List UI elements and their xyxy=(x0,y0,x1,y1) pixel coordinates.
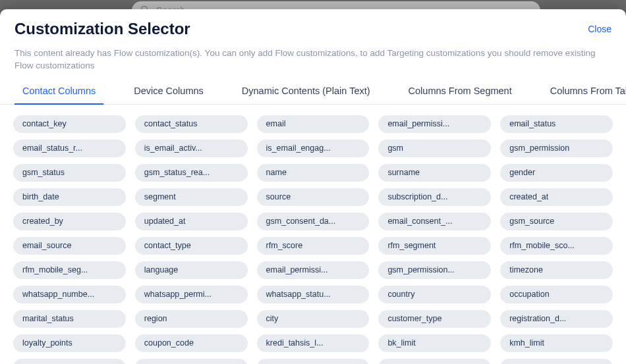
column-chip-label: rfm_score xyxy=(266,241,360,250)
tabs-bar: Contact ColumnsDevice ColumnsDynamic Con… xyxy=(0,78,626,105)
close-button[interactable]: Close xyxy=(588,20,612,34)
column-chip-label: updated_at xyxy=(144,217,239,226)
column-chip-label: rfm_mobile_sco... xyxy=(509,241,604,250)
column-chip[interactable]: email_consent_... xyxy=(378,213,491,230)
customization-selector-modal: Customization Selector Close This conten… xyxy=(0,9,626,364)
column-chip[interactable]: segment xyxy=(135,188,248,206)
column-chip-label: kmh_limit xyxy=(509,338,604,348)
column-chip-label: email_status xyxy=(509,119,604,128)
column-chip-label: gsm_source xyxy=(509,217,604,226)
column-chip[interactable]: kmh_limit xyxy=(500,334,613,352)
column-chip[interactable]: rfm_mobile_sco... xyxy=(500,237,613,255)
column-chip[interactable]: country xyxy=(378,286,491,303)
column-chip[interactable]: gsm_permission xyxy=(500,140,613,157)
column-chip[interactable]: masha_test xyxy=(257,359,370,364)
info-text: This content already has Flow customizat… xyxy=(0,38,626,78)
column-chip[interactable]: gsm_status_rea... xyxy=(135,164,248,182)
chips-grid: contact_keycontact_statusemailemail_perm… xyxy=(13,115,613,364)
column-chip-label: name xyxy=(266,168,360,177)
column-chip[interactable]: registration_d... xyxy=(500,310,613,328)
column-chip-label: created_by xyxy=(22,217,117,226)
column-chip[interactable]: email_source xyxy=(13,237,126,255)
column-chip[interactable]: birth_date xyxy=(13,188,126,206)
column-chip[interactable]: gsm xyxy=(378,140,491,157)
column-chip-label: email_consent_... xyxy=(387,217,482,226)
column-chip-label: marital_status xyxy=(22,314,117,323)
column-chip[interactable]: language xyxy=(135,261,248,279)
column-chip-label: coupon_code xyxy=(144,338,239,348)
column-chip[interactable]: whatsapp_statu... xyxy=(257,286,370,303)
column-chip[interactable]: email_permissi... xyxy=(257,261,370,279)
column-chip[interactable]: contact_key xyxy=(13,115,126,133)
column-chip[interactable]: source xyxy=(257,188,370,206)
column-chip[interactable]: region xyxy=(135,310,248,328)
tab-columns-from-table[interactable]: Columns From Table xyxy=(542,80,626,104)
column-chip[interactable]: rfm_score xyxy=(257,237,370,255)
column-chip-label: rfm_mobile_seg... xyxy=(22,265,117,274)
column-chip[interactable]: is_email_activ... xyxy=(135,140,248,157)
column-chip[interactable]: metro_loyalty_... xyxy=(135,359,248,364)
column-chip-label: gsm_permission... xyxy=(387,265,482,274)
column-chip[interactable]: city xyxy=(257,310,370,328)
column-chip[interactable]: whatsapp_permi... xyxy=(135,286,248,303)
column-chip-label: loyalty_points xyxy=(22,338,117,348)
tab-columns-from-segment[interactable]: Columns From Segment xyxy=(401,80,520,104)
column-chip[interactable]: rfm_segment xyxy=(378,237,491,255)
column-chip-label: segment xyxy=(144,192,239,201)
column-chip-label: gsm_permission xyxy=(509,143,604,153)
column-chip[interactable]: email_status xyxy=(500,115,613,133)
column-chip[interactable]: whatsapp_numbe... xyxy=(13,286,126,303)
column-chip[interactable]: email_permissi... xyxy=(378,115,491,133)
column-chip-label: rfm_segment xyxy=(387,241,482,250)
column-chip-label: whatsapp_numbe... xyxy=(22,290,117,299)
column-chip[interactable]: contact_type xyxy=(135,237,248,255)
column-chip[interactable]: gsm_source xyxy=(500,213,613,230)
column-chip[interactable]: gsm_permission... xyxy=(378,261,491,279)
tab-contact-columns[interactable]: Contact Columns xyxy=(14,80,103,104)
column-chip-label: is_email_activ... xyxy=(144,143,239,153)
column-chip-label: timezone xyxy=(509,265,604,274)
column-chip[interactable]: is_email_engag... xyxy=(257,140,370,157)
column-chip-label: city xyxy=(266,314,360,323)
column-chip-label: is_email_engag... xyxy=(266,143,360,153)
tab-label: Contact Columns xyxy=(22,86,96,96)
column-chip-label: region xyxy=(144,314,239,323)
column-chip[interactable]: contact_status xyxy=(135,115,248,133)
column-chip-label: email_permissi... xyxy=(387,119,482,128)
column-chip-label: surname xyxy=(387,168,482,177)
column-chip-label: whatsapp_permi... xyxy=(144,290,239,299)
column-chip-label: email_source xyxy=(22,241,117,250)
tab-dynamic-contents-plain-text[interactable]: Dynamic Contents (Plain Text) xyxy=(234,80,378,104)
column-chip[interactable]: gender xyxy=(500,164,613,182)
column-chip-label: gsm xyxy=(387,143,482,153)
column-chip[interactable]: created_at xyxy=(500,188,613,206)
column-chip[interactable]: acik_sikayet_v... xyxy=(13,359,126,364)
column-chip-label: gender xyxy=(509,168,604,177)
column-chip-label: source xyxy=(266,192,360,201)
column-chip[interactable]: loyalty_points xyxy=(13,334,126,352)
column-chip[interactable]: coupon_code xyxy=(135,334,248,352)
column-chip[interactable]: email xyxy=(257,115,370,133)
tab-device-columns[interactable]: Device Columns xyxy=(126,80,212,104)
column-chip-label: birth_date xyxy=(22,192,117,201)
column-chip-label: contact_status xyxy=(144,119,239,128)
column-chip[interactable]: marital_status xyxy=(13,310,126,328)
column-chip[interactable]: updated_at xyxy=(135,213,248,230)
column-chip[interactable]: subscription_d... xyxy=(378,188,491,206)
column-chip[interactable]: name xyxy=(257,164,370,182)
column-chip[interactable]: gsm_status xyxy=(13,164,126,182)
column-chip[interactable]: created_by xyxy=(13,213,126,230)
column-chip[interactable]: occupation xyxy=(500,286,613,303)
column-chip[interactable]: bk_limit xyxy=(378,334,491,352)
column-chip[interactable]: last_order_id xyxy=(500,359,613,364)
column-chip[interactable]: rfm_mobile_seg... xyxy=(13,261,126,279)
chips-area: contact_keycontact_statusemailemail_perm… xyxy=(0,105,626,364)
column-chip[interactable]: kredi_tahsis_l... xyxy=(257,334,370,352)
column-chip[interactable]: customer_type xyxy=(378,310,491,328)
column-chip[interactable]: surname xyxy=(378,164,491,182)
column-chip[interactable]: email_status_r... xyxy=(13,140,126,157)
column-chip[interactable]: merchant_id xyxy=(378,359,491,364)
column-chip-label: customer_type xyxy=(387,314,482,323)
column-chip[interactable]: timezone xyxy=(500,261,613,279)
column-chip[interactable]: gsm_consent_da... xyxy=(257,213,370,230)
